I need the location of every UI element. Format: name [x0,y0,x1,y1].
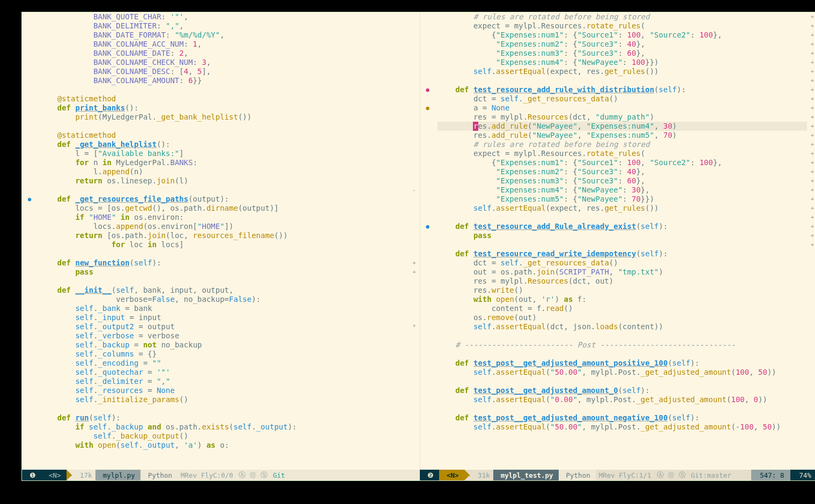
code-line[interactable]: res.write() [438,286,807,295]
buffer-name[interactable]: mylpl_test.py [493,470,559,480]
code-line[interactable]: self._initialize_params() [39,395,409,404]
code-line[interactable]: a = None [438,103,807,113]
code-line[interactable] [39,186,409,195]
code-line[interactable]: def run(self): [39,413,409,423]
code-line[interactable] [39,249,409,258]
code-line[interactable] [438,404,807,413]
code-line[interactable]: self._encoding = "" [39,359,409,368]
code-line[interactable]: l = ["Available banks:"] [39,149,409,158]
code-line[interactable]: # rules are rotated before being stored [438,140,807,149]
code-line[interactable]: verbose=False, no_backup=False): [39,295,409,304]
code-line[interactable]: self._columns = {} [39,350,409,359]
code-line[interactable] [39,122,409,131]
code-line[interactable] [438,331,807,340]
code-line[interactable] [39,404,409,413]
code-line[interactable]: locs.append(os.environ["HOME"]) [39,222,409,231]
code-line[interactable]: self.assertEqual(expect, res.get_rules()… [438,204,807,213]
code-line[interactable]: def test_resource_read_write_idempotency… [438,249,807,258]
code-line[interactable]: @staticmethod [39,94,409,103]
code-line[interactable]: def test_post__get_adjusted_amount_posit… [438,359,807,368]
code-line[interactable]: def test_resource_add_Rule_already_exist… [438,222,807,231]
modeline-right[interactable]: ❷ <N> - 31k mylpl_test.py Python MRev Fl… [420,470,815,480]
code-line[interactable]: self.assertEqual(expect, res.get_rules()… [438,67,807,76]
code-line[interactable]: for loc in locs] [39,240,409,249]
code-line[interactable]: self.assertEqual("0.00", mylpl.Post._get… [438,395,807,404]
code-line[interactable]: content = f.read() [438,304,807,313]
code-line[interactable]: if "HOME" in os.environ: [39,213,409,222]
code-line[interactable]: with open(self._output, 'a') as o: [39,441,409,450]
code-line[interactable]: pass [438,231,807,240]
code-line[interactable]: # ------------------------ Post --------… [438,340,807,350]
code-line[interactable]: {"Expenses:num1": {"Source1": 100, "Sour… [438,31,807,40]
code-line[interactable]: BANK_QUOTE_CHAR: '"', [39,12,409,21]
code-line[interactable]: "Expenses:num4": {"NewPayee": 30}, [438,186,807,195]
major-mode-label[interactable]: Python [140,470,177,480]
code-line[interactable]: with open(out, 'r') as f: [438,295,807,304]
code-line[interactable]: return [os.path.join(loc, resources_file… [39,231,409,240]
code-line[interactable]: def new_function(self): [39,258,409,268]
code-line[interactable]: self._resources = None [39,386,409,395]
right-pane[interactable]: ●●● # rules are rotated before being sto… [420,12,816,470]
code-line[interactable]: self.assertEqual("50.00", mylpl.Post._ge… [438,423,807,432]
modeline-left[interactable]: ❶ <N> - 17k mylpl.py Python MRev FlyC:0/… [22,470,420,480]
code-line[interactable]: "Expenses:num5": {"NewPayee": 70}}) [438,195,807,204]
code-line[interactable]: BANK_DATE_FORMAT: "%m/%d/%Y", [39,31,409,40]
code-line[interactable]: "Expenses:num4": {"NewPayee": 100}}) [438,58,807,67]
code-line[interactable]: self._verbose = verbose [39,331,409,340]
code-line[interactable]: l.append(n) [39,167,409,176]
code-line[interactable]: def _get_resources_file_paths(output): [39,195,409,204]
code-line[interactable]: def _get_bank_helplist(): [39,140,409,149]
code-line[interactable]: dct = self._get_resources_data() [438,94,807,103]
code-line[interactable] [438,240,807,249]
code-line[interactable]: @staticmethod [39,131,409,140]
code-line[interactable]: def test_post__get_adjusted_amount_0(sel… [438,386,807,395]
code-line[interactable]: self._quotechar = '"' [39,368,409,377]
code-line[interactable] [438,350,807,359]
code-line[interactable] [438,377,807,386]
code-line[interactable] [39,277,409,286]
code-line[interactable]: BANK_COLNAME_DATE: 2, [39,49,409,58]
code-line[interactable]: res.add_rule("NewPayee", "Expenses:num4"… [438,122,807,131]
code-line[interactable]: self.assertEqual("50.00", mylpl.Post._ge… [438,368,807,377]
code-line[interactable] [438,76,807,85]
code-line[interactable] [438,213,807,222]
code-line[interactable]: os.remove(out) [438,313,807,322]
code-line[interactable] [39,85,409,94]
code-line[interactable]: for n in MyLedgerPal.BANKS: [39,158,409,167]
code-line[interactable]: dct = self._get_resources_data() [438,258,807,268]
major-mode-label[interactable]: Python [559,470,596,480]
code-line[interactable]: "Expenses:num3": {"Source3": 60}, [438,176,807,186]
code-line[interactable]: pass [39,268,409,277]
code-line[interactable]: self._output2 = output [39,322,409,331]
code-line[interactable]: self._backup = not no_backup [39,340,409,350]
code-line[interactable]: if self._backup and os.path.exists(self.… [39,423,409,432]
code-line[interactable]: self._delimiter = "," [39,377,409,386]
right-code-area[interactable]: # rules are rotated before being stored … [435,12,807,470]
code-line[interactable]: BANK_COLNAME_AMOUNT: 6}} [39,76,409,85]
code-line[interactable]: expect = mylpl.Resources.rotate_rules( [438,21,807,31]
code-line[interactable]: def test_resource_add_rule_with_distribu… [438,85,807,94]
code-line[interactable]: self._input = input [39,313,409,322]
code-line[interactable]: BANK_COLNAME_CHECK_NUM: 3, [39,58,409,67]
code-line[interactable]: def test_post__get_adjusted_amount_negat… [438,413,807,423]
code-line[interactable]: out = os.path.join(SCRIPT_PATH, "tmp.txt… [438,268,807,277]
code-line[interactable]: return os.linesep.join(l) [39,176,409,186]
code-line[interactable]: locs = [os.getcwd(), os.path.dirname(out… [39,204,409,213]
code-line[interactable]: def print_banks(): [39,103,409,113]
code-line[interactable]: res.add_rule("NewPayee", "Expenses:num5"… [438,131,807,140]
code-line[interactable]: self._bank = bank [39,304,409,313]
code-line[interactable]: "Expenses:num2": {"Source3": 40}, [438,40,807,49]
code-line[interactable]: def __init__(self, bank, input, output, [39,286,409,295]
code-line[interactable]: "Expenses:num2": {"Source3": 40}, [438,167,807,176]
code-line[interactable]: self._backup_output() [39,432,409,441]
code-line[interactable]: # rules are rotated before being stored [438,12,807,21]
code-line[interactable]: BANK_COLNAME_DESC: [4, 5], [39,67,409,76]
buffer-name[interactable]: mylpl.py [95,470,140,480]
left-code-area[interactable]: BANK_QUOTE_CHAR: '"', BANK_DELIMITER: ",… [37,12,409,470]
code-line[interactable]: "Expenses:num3": {"Source3": 60}, [438,49,807,58]
left-pane[interactable]: ● BANK_QUOTE_CHAR: '"', BANK_DELIMITER: … [22,12,420,470]
code-line[interactable]: expect = mylpl.Resources.rotate_rules( [438,149,807,158]
code-line[interactable]: print(MyLedgerPal._get_bank_helplist()) [39,113,409,122]
code-line[interactable]: BANK_COLNAME_ACC_NUM: 1, [39,40,409,49]
code-line[interactable]: {"Expenses:num1": {"Source1": 100, "Sour… [438,158,807,167]
